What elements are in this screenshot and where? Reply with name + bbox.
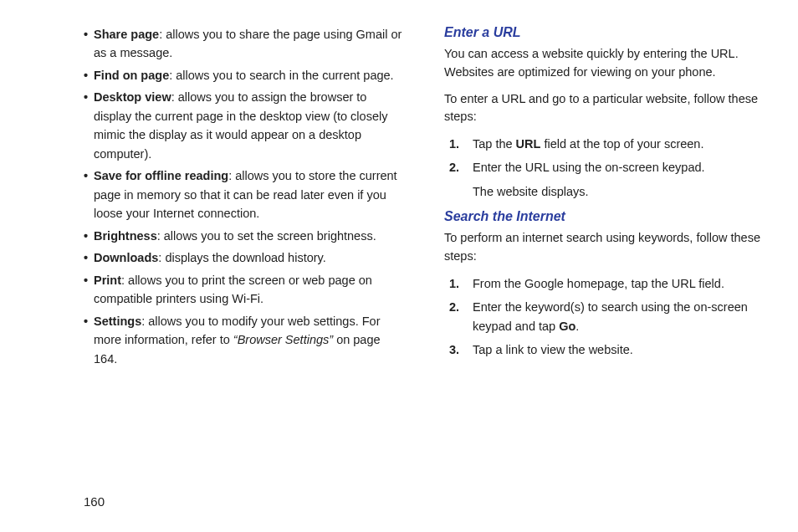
bullet-desc: : displays the download history. <box>158 251 325 264</box>
step-text-post: field at the top of your screen. <box>540 137 703 151</box>
step-number: 1. <box>449 274 459 293</box>
paragraph: To enter a URL and go to a particular we… <box>444 90 765 127</box>
list-item: 1. From the Google homepage, tap the URL… <box>444 274 765 293</box>
bullet-item: Downloads: displays the download history… <box>84 248 404 267</box>
bullet-desc: : allows you to search in the current pa… <box>169 69 393 82</box>
step-number: 2. <box>449 158 459 176</box>
step-text-pre: Tap the <box>473 137 516 151</box>
list-item: 1. Tap the URL field at the top of your … <box>444 135 765 153</box>
paragraph: To perform an internet search using keyw… <box>444 229 765 266</box>
bullet-title: Desktop view <box>94 90 171 104</box>
bullet-item: Settings: allows you to modify your web … <box>84 312 404 368</box>
cross-reference: “Browser Settings” <box>233 333 336 346</box>
paragraph: You can access a website quickly by ente… <box>444 45 765 82</box>
bullet-title: Save for offline reading <box>94 169 228 182</box>
bullet-title: Share page <box>94 28 159 41</box>
bullet-item: Desktop view: allows you to assign the b… <box>84 88 404 163</box>
bullet-title: Settings <box>94 315 141 328</box>
section-heading: Search the Internet <box>444 209 765 224</box>
bullet-item: Print: allows you to print the screen or… <box>84 271 404 309</box>
step-number: 1. <box>449 135 459 153</box>
document-page: Share page: allows you to share the page… <box>0 0 798 371</box>
bullet-title: Find on page <box>94 69 169 82</box>
list-item: 2. Enter the keyword(s) to search using … <box>444 298 765 335</box>
bullet-title: Brightness <box>94 229 157 243</box>
bullet-item: Find on page: allows you to search in th… <box>84 66 404 84</box>
step-number: 2. <box>449 298 459 316</box>
bullet-title: Print <box>94 274 121 287</box>
bullet-title: Downloads <box>94 251 158 264</box>
step-number: 3. <box>449 340 459 359</box>
page-number: 160 <box>84 494 105 509</box>
bullet-item: Brightness: allows you to set the screen… <box>84 227 404 245</box>
left-column: Share page: allows you to share the page… <box>84 25 411 371</box>
bullet-desc: : allows you to set the screen brightnes… <box>157 229 376 243</box>
right-column: Enter a URL You can access a website qui… <box>444 25 765 371</box>
section-heading: Enter a URL <box>444 25 765 40</box>
bullet-item: Share page: allows you to share the page… <box>84 25 404 63</box>
bullet-list: Share page: allows you to share the page… <box>84 25 404 368</box>
step-text-post: . <box>575 320 579 333</box>
ordered-list: 1. Tap the URL field at the top of your … <box>444 135 765 201</box>
list-item: 2. Enter the URL using the on-screen key… <box>444 158 765 201</box>
step-text-pre: Enter the URL using the on-screen keypad… <box>473 161 705 174</box>
step-text-pre: Tap a link to view the website. <box>473 343 633 356</box>
step-text-pre: Enter the keyword(s) to search using the… <box>473 300 748 332</box>
ordered-list: 1. From the Google homepage, tap the URL… <box>444 274 765 360</box>
step-text-pre: From the Google homepage, tap the URL fi… <box>473 277 724 290</box>
bullet-item: Save for offline reading: allows you to … <box>84 166 404 223</box>
step-text-bold: Go <box>559 320 575 333</box>
list-item: 3. Tap a link to view the website. <box>444 340 765 359</box>
bullet-desc: : allows you to print the screen or web … <box>94 274 372 305</box>
step-text-bold: URL <box>516 137 541 151</box>
step-sub-text: The website displays. <box>473 182 765 201</box>
